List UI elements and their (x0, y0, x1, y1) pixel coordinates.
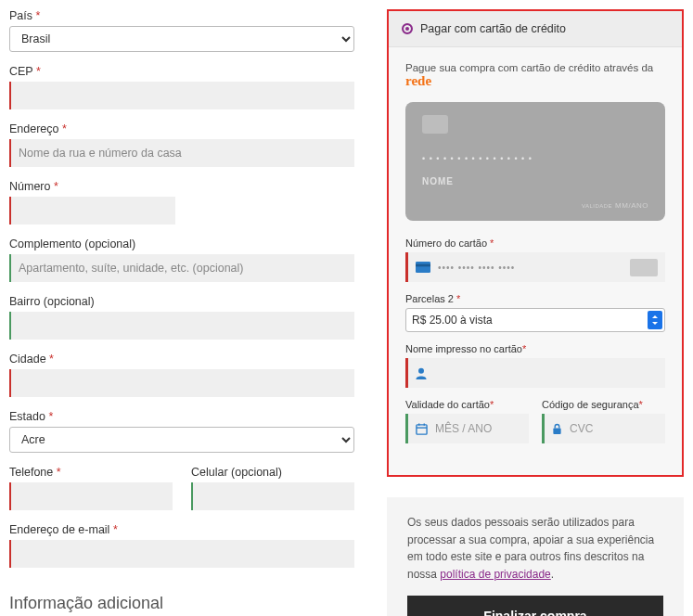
billing-form: País * Brasil CEP * Endereço * Número * … (9, 9, 354, 616)
field-cvc: Código de segurança* CVC (542, 399, 665, 443)
field-address: Endereço * (9, 122, 354, 167)
lock-icon (552, 423, 562, 435)
payment-description: Pague sua compra com cartão de crédito a… (405, 62, 665, 89)
payment-method-option[interactable]: Pagar com cartão de crédito (389, 11, 682, 47)
label-installments: Parcelas 2 * (405, 293, 665, 304)
field-city: Cidade * (9, 353, 354, 397)
label-state: Estado * (9, 410, 354, 423)
label-address: Endereço * (9, 122, 354, 135)
input-neighborhood[interactable] (9, 312, 354, 340)
field-card-number: Número do cartão * •••• •••• •••• •••• (405, 237, 665, 282)
label-name-on-card: Nome impresso no cartão* (405, 343, 665, 354)
card-expiry-preview: VALIDADEMM/ANO (582, 201, 648, 210)
label-mobile: Celular (opcional) (191, 466, 354, 479)
label-number: Número * (9, 180, 175, 193)
field-neighborhood: Bairro (opcional) (9, 295, 354, 340)
field-complement: Complemento (opcional) (9, 237, 354, 282)
svg-rect-0 (416, 262, 430, 273)
label-neighborhood: Bairro (opcional) (9, 295, 354, 308)
label-cvc: Código de segurança* (542, 399, 665, 410)
calendar-icon (416, 423, 428, 435)
field-mobile: Celular (opcional) (191, 466, 354, 510)
rede-logo: rede (405, 73, 431, 88)
chevron-updown-icon (648, 311, 662, 329)
input-address[interactable] (9, 139, 354, 167)
field-expiry: Validade do cartão* MÊS / ANO (405, 399, 529, 443)
svg-rect-7 (553, 428, 560, 433)
input-phone[interactable] (9, 482, 173, 510)
label-expiry: Validade do cartão* (405, 399, 529, 410)
additional-info-heading: Informação adicional (9, 594, 354, 613)
user-icon (416, 367, 427, 379)
finalize-purchase-button[interactable]: Finalizar compra (407, 596, 663, 616)
field-email: Endereço de e-mail * (9, 523, 354, 568)
svg-rect-1 (416, 264, 430, 267)
field-number: Número * (9, 180, 175, 225)
input-card-number[interactable]: •••• •••• •••• •••• (405, 252, 665, 282)
field-cep: CEP * (9, 65, 354, 109)
svg-rect-3 (417, 424, 427, 433)
radio-selected-icon (402, 23, 413, 34)
input-city[interactable] (9, 369, 354, 397)
field-state: Estado * Acre (9, 410, 354, 453)
card-name-preview: NOME (422, 176, 648, 186)
input-name-on-card[interactable] (405, 358, 665, 388)
input-mobile[interactable] (191, 482, 354, 510)
select-state[interactable]: Acre (9, 427, 354, 453)
select-installments[interactable]: R$ 25.00 à vista (405, 308, 665, 332)
chip-icon (422, 115, 448, 134)
payment-method-title: Pagar com cartão de crédito (420, 22, 566, 35)
field-country: País * Brasil (9, 9, 354, 52)
card-number-preview: • • • • • • • • • • • • • • • • (422, 154, 648, 163)
privacy-text: Os seus dados pessoais serão utilizados … (407, 514, 663, 583)
svg-point-2 (418, 367, 424, 373)
input-expiry[interactable]: MÊS / ANO (405, 414, 529, 443)
label-email: Endereço de e-mail * (9, 523, 354, 536)
payment-box: Pagar com cartão de crédito Pague sua co… (387, 9, 684, 477)
input-number[interactable] (9, 197, 175, 225)
label-phone: Telefone * (9, 466, 173, 479)
field-phone: Telefone * (9, 466, 173, 510)
privacy-policy-link[interactable]: política de privacidade (440, 568, 550, 581)
privacy-box: Os seus dados pessoais serão utilizados … (387, 497, 684, 616)
select-country[interactable]: Brasil (9, 26, 354, 52)
label-card-number: Número do cartão * (405, 237, 665, 249)
card-illustration: • • • • • • • • • • • • • • • • NOME VAL… (405, 102, 665, 221)
card-brand-placeholder (630, 259, 658, 276)
input-cvc[interactable]: CVC (542, 414, 665, 443)
label-cep: CEP * (9, 65, 354, 78)
input-complement[interactable] (9, 254, 354, 282)
input-cep[interactable] (9, 82, 354, 109)
label-city: Cidade * (9, 353, 354, 366)
field-installments: Parcelas 2 * R$ 25.00 à vista (405, 293, 665, 332)
credit-card-icon (416, 262, 430, 273)
label-complement: Complemento (opcional) (9, 237, 354, 250)
input-email[interactable] (9, 540, 354, 568)
label-country: País * (9, 9, 354, 22)
field-name-on-card: Nome impresso no cartão* (405, 343, 665, 388)
